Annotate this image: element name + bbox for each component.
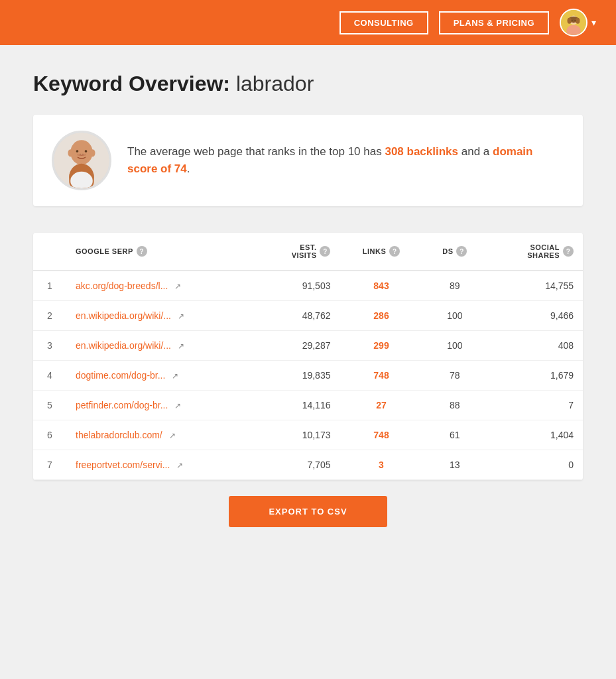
svg-point-6 [572, 20, 573, 21]
plans-pricing-button[interactable]: PLANS & PRICING [439, 11, 549, 34]
serp-url-cell: en.wikipedia.org/wiki/... ↗ [66, 331, 255, 361]
user-menu[interactable]: ▾ [560, 9, 596, 36]
info-text: The average web page that ranks in the t… [127, 143, 564, 178]
links-cell: 27 [339, 391, 422, 420]
svg-point-16 [80, 154, 82, 155]
ds-cell: 13 [423, 450, 487, 480]
col-ds: DS ? [423, 233, 487, 271]
svg-point-14 [76, 150, 79, 153]
links-cell: 843 [339, 271, 422, 301]
col-google-serp-label: GOOGLE SERP [76, 247, 133, 255]
links-cell: 748 [339, 420, 422, 450]
table-row: 3 en.wikipedia.org/wiki/... ↗ 29,287 299… [33, 331, 583, 361]
consulting-button[interactable]: CONSULTING [339, 11, 428, 34]
serp-url-cell: dogtime.com/dog-br... ↗ [66, 361, 255, 391]
ds-cell: 100 [423, 301, 487, 331]
serp-link[interactable]: akc.org/dog-breeds/l... [76, 280, 168, 291]
shares-cell: 7 [487, 391, 583, 420]
ds-cell: 78 [423, 361, 487, 391]
table-row: 7 freeportvet.com/servi... ↗ 7,705 3 13 … [33, 450, 583, 480]
table-row: 5 petfinder.com/dog-br... ↗ 14,116 27 88… [33, 391, 583, 420]
avatar-image [561, 10, 586, 35]
visits-cell: 7,705 [255, 450, 340, 480]
serp-link[interactable]: petfinder.com/dog-br... [76, 400, 168, 410]
serp-url-cell: en.wikipedia.org/wiki/... ↗ [66, 301, 255, 331]
serp-link[interactable]: freeportvet.com/servi... [76, 460, 170, 470]
col-links-label: LINKS [363, 247, 387, 255]
serp-url-cell: akc.org/dog-breeds/l... ↗ [66, 271, 255, 301]
google-serp-help-icon[interactable]: ? [137, 246, 147, 257]
svg-point-15 [85, 150, 88, 153]
advisor-avatar [52, 131, 111, 190]
links-help-icon[interactable]: ? [389, 246, 400, 257]
serp-table: GOOGLE SERP ? EST.VISITS ? [33, 233, 583, 480]
svg-point-11 [90, 149, 95, 156]
external-link-icon: ↗ [172, 371, 178, 381]
svg-point-4 [568, 18, 572, 24]
links-cell: 3 [339, 450, 422, 480]
page-title: Keyword Overview: labrador [33, 72, 583, 96]
serp-link[interactable]: dogtime.com/dog-br... [76, 370, 165, 381]
ds-cell: 89 [423, 271, 487, 301]
external-link-icon: ↗ [178, 312, 184, 321]
col-est-visits: EST.VISITS ? [255, 233, 340, 271]
visits-help-icon[interactable]: ? [320, 246, 330, 257]
header: CONSULTING PLANS & PRICING ▾ [0, 0, 616, 45]
table-scroll-container[interactable]: GOOGLE SERP ? EST.VISITS ? [33, 233, 583, 480]
svg-point-7 [574, 20, 576, 21]
avatar [560, 9, 587, 36]
col-visits-label: EST.VISITS [292, 243, 317, 259]
shares-cell: 1,404 [487, 420, 583, 450]
rank-cell: 2 [33, 301, 66, 331]
main-content: Keyword Overview: labrador [0, 45, 616, 560]
table-row: 2 en.wikipedia.org/wiki/... ↗ 48,762 286… [33, 301, 583, 331]
svg-point-5 [576, 18, 580, 24]
rank-cell: 5 [33, 391, 66, 420]
col-links: LINKS ? [339, 233, 422, 271]
col-social-shares: SOCIALSHARES ? [487, 233, 583, 271]
advisor-image [54, 133, 109, 188]
shares-cell: 1,679 [487, 361, 583, 391]
svg-point-10 [68, 149, 72, 156]
table-header-row: GOOGLE SERP ? EST.VISITS ? [33, 233, 583, 271]
shares-cell: 408 [487, 331, 583, 361]
rank-cell: 4 [33, 361, 66, 391]
ds-cell: 61 [423, 420, 487, 450]
svg-point-17 [82, 154, 84, 155]
external-link-icon: ↗ [174, 282, 181, 291]
col-google-serp: GOOGLE SERP ? [66, 233, 255, 271]
results-table: GOOGLE SERP ? EST.VISITS ? [33, 233, 583, 480]
visits-cell: 91,503 [255, 271, 340, 301]
ds-cell: 100 [423, 331, 487, 361]
external-link-icon: ↗ [176, 461, 183, 470]
visits-cell: 48,762 [255, 301, 340, 331]
table-body: 1 akc.org/dog-breeds/l... ↗ 91,503 843 8… [33, 271, 583, 480]
external-link-icon: ↗ [169, 431, 176, 440]
col-ds-label: DS [442, 247, 453, 255]
serp-link[interactable]: en.wikipedia.org/wiki/... [76, 310, 171, 321]
links-cell: 748 [339, 361, 422, 391]
info-box: The average web page that ranks in the t… [33, 115, 583, 206]
serp-url-cell: freeportvet.com/servi... ↗ [66, 450, 255, 480]
serp-link[interactable]: thelabradorclub.com/ [76, 430, 162, 440]
rank-cell: 6 [33, 420, 66, 450]
ds-cell: 88 [423, 391, 487, 420]
shares-help-icon[interactable]: ? [563, 246, 574, 257]
visits-cell: 29,287 [255, 331, 340, 361]
svg-point-9 [70, 140, 93, 164]
serp-link[interactable]: en.wikipedia.org/wiki/... [76, 340, 171, 351]
col-shares-label: SOCIALSHARES [527, 243, 560, 259]
links-cell: 286 [339, 301, 422, 331]
links-cell: 299 [339, 331, 422, 361]
external-link-icon: ↗ [174, 401, 181, 410]
visits-cell: 10,173 [255, 420, 340, 450]
serp-url-cell: thelabradorclub.com/ ↗ [66, 420, 255, 450]
col-rank [33, 233, 66, 271]
table-row: 4 dogtime.com/dog-br... ↗ 19,835 748 78 … [33, 361, 583, 391]
serp-url-cell: petfinder.com/dog-br... ↗ [66, 391, 255, 420]
chevron-down-icon: ▾ [591, 17, 596, 28]
rank-cell: 3 [33, 331, 66, 361]
export-csv-button[interactable]: EXPORT TO CSV [229, 496, 387, 527]
ds-help-icon[interactable]: ? [456, 246, 467, 257]
rank-cell: 7 [33, 450, 66, 480]
